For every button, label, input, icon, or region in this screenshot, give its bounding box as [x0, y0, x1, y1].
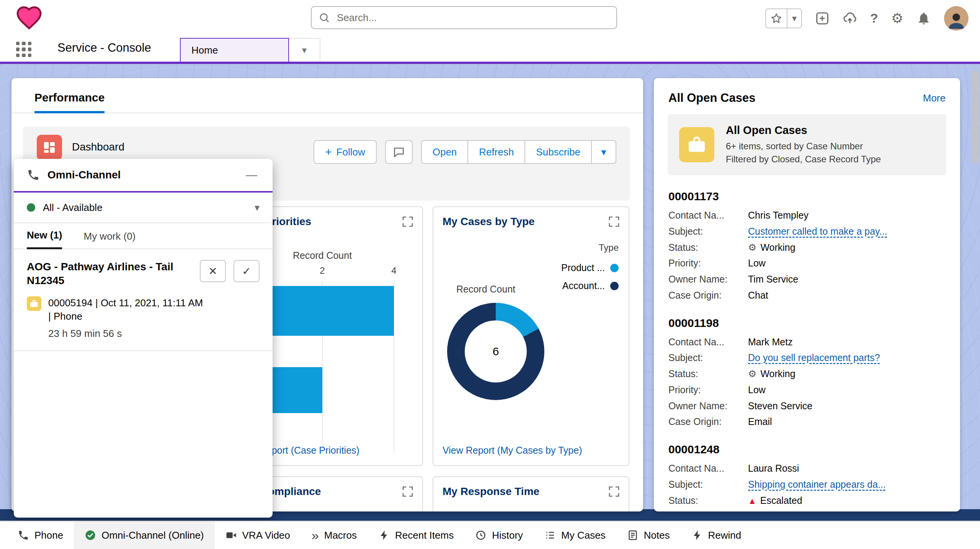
- notifications-bell-icon[interactable]: [916, 11, 931, 26]
- bolt-icon: [691, 529, 703, 541]
- case-icon: [27, 296, 41, 311]
- donut-chart[interactable]: 6: [447, 303, 544, 400]
- omni-work-item: AOG - Pathway Airlines - Tail N12345 ✕ ✓…: [14, 249, 273, 351]
- case-number[interactable]: 00001198: [668, 317, 946, 330]
- search-input[interactable]: [311, 6, 617, 29]
- case-briefcase-icon: [679, 127, 714, 162]
- omni-title: Omni-Channel: [47, 169, 121, 181]
- minimize-icon[interactable]: —: [243, 168, 260, 181]
- utility-dock: Phone Omni-Channel (Online) VRA Video »M…: [0, 521, 980, 549]
- open-cases-header: All Open Cases More: [654, 78, 960, 114]
- summary-title: All Open Cases: [726, 124, 881, 137]
- expand-icon[interactable]: [608, 485, 620, 498]
- case-subject-link[interactable]: Do you sell replacement parts?: [748, 351, 880, 364]
- presence-status-select[interactable]: All - Available ▾: [14, 193, 273, 223]
- expand-icon[interactable]: [402, 216, 414, 228]
- chat-icon: [393, 146, 405, 158]
- accept-work-button[interactable]: ✓: [234, 260, 260, 282]
- dock-item-recent-items[interactable]: Recent Items: [368, 521, 464, 549]
- upload-cloud-icon[interactable]: [843, 11, 857, 26]
- work-item-meta: 00005194 | Oct 11, 2021, 11:11 AM: [48, 296, 203, 310]
- tab-dropdown-icon[interactable]: ▾: [289, 38, 320, 62]
- dock-item-phone[interactable]: Phone: [7, 521, 74, 549]
- header-actions: ▾ ? ⚙: [765, 0, 969, 36]
- case-subject-link[interactable]: Shipping container appears da...: [748, 478, 886, 491]
- favorites-star-icon[interactable]: [766, 9, 787, 28]
- video-camera-icon: [225, 529, 237, 541]
- expand-icon[interactable]: [402, 485, 414, 498]
- scrollbar-thumb[interactable]: [972, 70, 978, 164]
- all-open-cases-card: All Open Cases More All Open Cases 6+ it…: [654, 78, 960, 511]
- widget-title: My Response Time: [443, 485, 539, 498]
- omni-header: Omni-Channel —: [14, 159, 273, 193]
- follow-button[interactable]: +Follow: [314, 140, 377, 164]
- check-circle-icon: [85, 529, 96, 541]
- case-item: 00001173 Contact Na...Chris Templey Subj…: [654, 190, 960, 302]
- work-item-channel: | Phone: [48, 310, 203, 323]
- workspace-tabs: Home ▾: [180, 38, 320, 62]
- omni-tabbar: New (1) My work (0): [14, 223, 273, 249]
- case-status: Escalated: [760, 495, 802, 506]
- macros-icon: »: [312, 529, 319, 542]
- case-item: 00001248 Contact Na...Laura Rossi Subjec…: [654, 443, 960, 511]
- app-launcher-icon[interactable]: [16, 42, 31, 57]
- refresh-button[interactable]: Refresh: [467, 140, 525, 164]
- expand-icon[interactable]: [608, 216, 620, 228]
- list-icon: [544, 529, 556, 541]
- case-item: 00001198 Contact Na...Mark Metz Subject:…: [654, 317, 960, 429]
- global-search: [311, 6, 617, 29]
- contact-name: Laura Rossi: [748, 462, 799, 475]
- subscribe-button[interactable]: Subscribe: [524, 140, 592, 164]
- bolt-icon: [378, 529, 390, 541]
- help-icon[interactable]: ?: [870, 11, 878, 26]
- summary-line: 6+ items, sorted by Case Number: [726, 140, 881, 153]
- escalated-status-icon: ▲: [748, 496, 756, 506]
- dock-item-rewind[interactable]: Rewind: [681, 521, 752, 549]
- dashboard-button-group: Open Refresh Subscribe ▾: [421, 140, 616, 164]
- more-link[interactable]: More: [923, 92, 946, 104]
- more-actions-dropdown-icon[interactable]: ▾: [591, 140, 616, 164]
- decline-work-button[interactable]: ✕: [200, 260, 226, 282]
- tab-my-work[interactable]: My work (0): [83, 223, 136, 248]
- case-number[interactable]: 00001248: [668, 443, 946, 456]
- omni-channel-panel: Omni-Channel — All - Available ▾ New (1)…: [14, 159, 273, 518]
- view-report-link[interactable]: View Report (My Cases by Type): [443, 445, 582, 456]
- legend-entry[interactable]: Account...: [561, 280, 619, 291]
- feed-chat-button[interactable]: [385, 140, 413, 164]
- favorites-dropdown-icon[interactable]: ▾: [787, 9, 801, 28]
- case-subject-link[interactable]: Customer called to make a pay...: [748, 225, 887, 238]
- dock-item-notes[interactable]: Notes: [616, 521, 681, 549]
- dock-item-vra-video[interactable]: VRA Video: [215, 521, 301, 549]
- online-status-dot: [27, 203, 35, 212]
- workspace: Performance Dashboard +Follow Open Refre…: [0, 64, 980, 521]
- working-status-icon: ⚙: [748, 368, 756, 379]
- performance-tabbar: Performance: [11, 78, 643, 113]
- case-origin: Email: [748, 415, 772, 428]
- summary-line: Filtered by Closed, Case Record Type: [726, 153, 881, 166]
- salesforce-service-console: ▾ ? ⚙ Service - Console Home ▾ Performan…: [0, 0, 980, 549]
- dock-item-my-cases[interactable]: My Cases: [534, 521, 616, 549]
- vertical-scrollbar[interactable]: [972, 67, 979, 519]
- owner-name: Tim Service: [748, 273, 798, 286]
- work-item-timer: 23 h 59 min 56 s: [48, 327, 203, 340]
- note-icon: [627, 529, 639, 541]
- dock-item-macros[interactable]: »Macros: [301, 521, 368, 549]
- axis-tick: 4: [386, 265, 402, 276]
- case-status: Working: [760, 368, 795, 379]
- legend-dot-blue: [610, 264, 619, 272]
- open-button[interactable]: Open: [421, 140, 469, 164]
- tab-performance[interactable]: Performance: [34, 91, 105, 113]
- setup-gear-icon[interactable]: ⚙: [891, 11, 903, 25]
- legend-entry[interactable]: Product ...: [561, 262, 619, 273]
- case-priority: Low: [748, 257, 766, 270]
- dock-item-omni-channel[interactable]: Omni-Channel (Online): [74, 521, 214, 549]
- favorites-combo: ▾: [765, 8, 802, 28]
- heart-logo-icon: [15, 4, 44, 31]
- quick-create-icon[interactable]: [815, 11, 830, 26]
- tab-new[interactable]: New (1): [27, 223, 62, 249]
- widget-my-response-time: My Response Time: [433, 476, 629, 511]
- dock-item-history[interactable]: History: [464, 521, 534, 549]
- tab-home[interactable]: Home: [180, 38, 289, 62]
- case-number[interactable]: 00001173: [668, 190, 946, 203]
- user-avatar[interactable]: [944, 6, 969, 31]
